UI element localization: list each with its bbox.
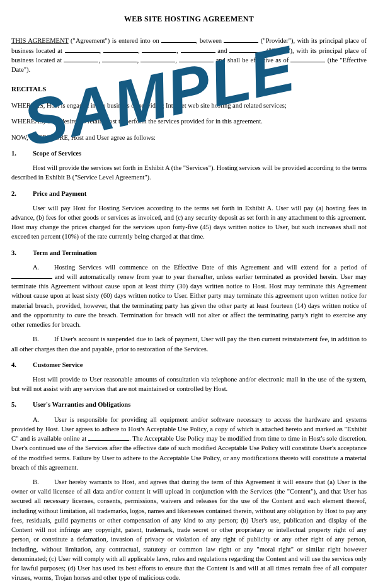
section-3: 3.Term and Termination A.Hosting Service… [11, 248, 367, 354]
section-1: 1.Scope of Services Host will provide th… [11, 149, 367, 183]
section-4-para: Host will provide to User reasonable amo… [11, 375, 367, 393]
section-3-title: Term and Termination [33, 248, 97, 257]
intro-label: THIS AGREEMENT [11, 37, 69, 44]
section-3b-text: If User's account is suspended due to la… [11, 336, 367, 352]
section-2-num: 2. [11, 189, 33, 198]
section-4-title: Customer Service [33, 360, 83, 370]
section-1-para: Host will provide the services set forth… [11, 163, 367, 182]
blank-b1 [64, 56, 98, 62]
section-2-para: User will pay Host for Hosting Services … [11, 203, 367, 242]
section-4: 4.Customer Service Host will provide to … [11, 360, 367, 394]
intro-paragraph: THIS AGREEMENT ("Agreement") is entered … [11, 36, 367, 74]
section-3a: A.Hosting Services will commence on the … [11, 263, 367, 330]
section-2-title: Price and Payment [33, 189, 86, 198]
blank-provider [224, 37, 258, 43]
blank-a4 [181, 47, 215, 53]
section-5-num: 5. [11, 400, 33, 409]
section-3a-t2: and will automatically renew from year t… [11, 273, 367, 328]
blank-effdate [290, 56, 325, 62]
blank-b4 [179, 56, 214, 62]
section-5b: B.User hereby warrants to Host, and agre… [11, 477, 367, 582]
whereas-1: WHEREAS, Host is engaged in the business… [11, 101, 367, 110]
blank-a1 [65, 47, 100, 53]
recitals-heading: RECITALS [11, 84, 367, 94]
whereas-2: WHEREAS, User desires to retain Host to … [11, 116, 367, 126]
blank-a2 [103, 47, 138, 53]
section-3a-t1: Hosting Services will commence on the Ef… [54, 264, 367, 271]
section-3-num: 3. [11, 248, 33, 257]
section-1-title: Scope of Services [33, 149, 81, 158]
section-2: 2.Price and Payment User will pay Host f… [11, 189, 367, 242]
now-therefore: NOW, THEREFORE, Host and User agree as f… [11, 133, 367, 142]
intro-t2: , between [196, 37, 224, 44]
section-1-num: 1. [11, 149, 33, 158]
blank-b3 [140, 56, 175, 62]
section-4-num: 4. [11, 360, 33, 370]
blank-period [11, 273, 52, 279]
intro-t4: and [215, 47, 230, 54]
blank-url [88, 434, 129, 441]
section-5b-text: User hereby warrants to Host, and agrees… [11, 478, 367, 581]
blank-date [161, 37, 196, 43]
section-5a: A.User is responsible for providing all … [11, 415, 367, 472]
section-5: 5.User's Warranties and Obligations A.Us… [11, 400, 367, 588]
blank-b2 [102, 56, 137, 62]
section-5-title: User's Warranties and Obligations [33, 400, 130, 409]
intro-t1: ("Agreement") is entered into on [69, 37, 161, 44]
section-3b: B.If User's account is suspended due to … [11, 334, 367, 353]
document-title: WEB SITE HOSTING AGREEMENT [11, 14, 367, 25]
blank-client [229, 47, 264, 53]
blank-a3 [142, 47, 176, 53]
intro-t6: and shall be effective as of [214, 57, 290, 64]
